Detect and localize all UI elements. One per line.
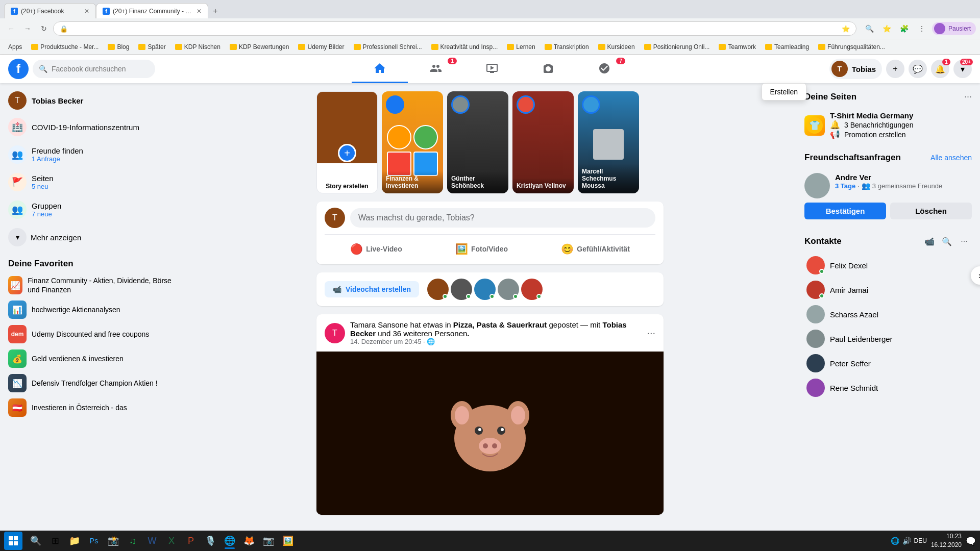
bookmark-kdp-bewertungen[interactable]: KDP Bewertungen <box>226 42 293 52</box>
contact-item-2[interactable]: Amir Jamai <box>804 278 972 302</box>
taskbar-spotify[interactable]: ♫ <box>124 532 142 550</box>
contacts-search-icon[interactable]: 🔍 <box>939 234 954 249</box>
tab-close-1[interactable]: ✕ <box>84 8 89 15</box>
nav-item-friends[interactable]: 1 <box>408 55 464 83</box>
create-button[interactable]: + <box>886 60 904 78</box>
friend-requests-section: Freundschaftsanfragen Alle ansehen Andre… <box>804 153 972 223</box>
bookmark-professionell[interactable]: Professionell Schrei... <box>350 42 426 52</box>
bookmark-transkription[interactable]: Transkription <box>541 42 593 52</box>
bookmark-kdp-nischen[interactable]: KDP Nischen <box>171 42 225 52</box>
contact-item-1[interactable]: Felix Dexel <box>804 253 972 278</box>
taskbar-search[interactable]: 🔍 <box>27 532 45 550</box>
extensions-button[interactable]: 🧩 <box>897 21 912 36</box>
sidebar-item-groups[interactable]: 👥 Gruppen 7 neue <box>4 196 180 223</box>
tab-2[interactable]: f (20+) Finanz Community - Aktie... ✕ <box>96 3 208 18</box>
sidebar-profile[interactable]: T Tobias Becker <box>4 87 180 114</box>
profile-button[interactable]: T Tobias <box>829 59 882 79</box>
bookmark-lernen[interactable]: Lernen <box>503 42 539 52</box>
live-video-action[interactable]: 🔴 Live-Video <box>344 240 408 258</box>
post-input[interactable]: Was machst du gerade, Tobias? <box>350 208 655 228</box>
bookmark-kursideen[interactable]: Kursideen <box>594 42 639 52</box>
favorites-item-2[interactable]: 📊 hochwertige Aktienanalysen <box>4 297 180 322</box>
taskbar-excel[interactable]: X <box>162 532 181 550</box>
bookmark-kreativität[interactable]: Kreativität und Insp... <box>427 42 502 52</box>
bookmark-positionierung[interactable]: Positionierung Onli... <box>640 42 714 52</box>
favorites-item-4[interactable]: 💰 Geld verdienen & investieren <box>4 346 180 371</box>
reload-button[interactable]: ↻ <box>37 21 51 36</box>
delete-button[interactable]: Löschen <box>890 203 972 219</box>
contact-item-4[interactable]: Paul Leidenberger <box>804 327 972 351</box>
feeling-action[interactable]: 😊 Gefühl/Aktivität <box>555 240 635 258</box>
nav-item-marketplace[interactable] <box>520 55 576 83</box>
bookmark-teamleading[interactable]: Teamleading <box>761 42 813 52</box>
back-button[interactable]: ← <box>4 21 18 36</box>
taskbar-word[interactable]: W <box>143 532 161 550</box>
taskbar-snagit[interactable]: 📷 <box>259 532 278 550</box>
more-button[interactable]: ⋮ <box>915 21 929 36</box>
tab-bar: f (20+) Facebook ✕ f (20+) Finanz Commun… <box>0 0 980 18</box>
address-input[interactable]: facebook.com <box>72 25 838 33</box>
taskbar-app8[interactable]: 🖼️ <box>279 532 297 550</box>
forward-button[interactable]: → <box>20 21 35 36</box>
story-card-2[interactable]: Finanzen & Investieren <box>382 91 443 193</box>
new-tab-button[interactable]: + <box>208 4 223 18</box>
story-card-4[interactable]: Kristiyan Velinov <box>512 91 574 193</box>
contact-item-5[interactable]: Peter Seffer <box>804 351 972 375</box>
nav-item-watch[interactable] <box>464 55 520 83</box>
search-box[interactable]: 🔍 <box>33 60 155 78</box>
account-menu-button[interactable]: ▾ 20+ <box>953 60 972 78</box>
contact-item-6[interactable]: Rene Schmidt <box>804 375 972 400</box>
video-chat-button[interactable]: 📹 Videochat erstellen <box>325 281 419 297</box>
photo-video-action[interactable]: 🖼️ Foto/Video <box>449 240 514 258</box>
sidebar-item-covid[interactable]: 🏥 COVID-19-Informationszentrum <box>4 114 180 140</box>
bookmark-teamwork[interactable]: Teamwork <box>715 42 760 52</box>
facebook-logo[interactable]: f <box>8 59 29 79</box>
address-bar[interactable]: 🔒 facebook.com ⭐ <box>53 21 856 36</box>
contact-item-3[interactable]: Scharss Azael <box>804 302 972 327</box>
tab-1[interactable]: f (20+) Facebook ✕ <box>4 3 96 18</box>
taskbar-ps[interactable]: Ps <box>85 532 103 550</box>
all-friend-requests-link[interactable]: Alle ansehen <box>930 154 972 162</box>
messenger-button[interactable]: 💬 <box>909 60 927 78</box>
zoom-button[interactable]: 🔍 <box>863 21 877 36</box>
taskbar-file-explorer[interactable]: 📁 <box>65 532 84 550</box>
story-card-3[interactable]: Günther Schönbeck <box>447 91 508 193</box>
tab-close-2[interactable]: ✕ <box>197 8 202 15</box>
confirm-button[interactable]: Bestätigen <box>804 203 886 219</box>
bookmark-führungsqualitäten[interactable]: Führungsqualitäten... <box>814 42 889 52</box>
browser-profile-pill[interactable]: Pausiert <box>932 22 976 35</box>
post-group-link[interactable]: Pizza, Pasta & Sauerkraut <box>453 320 547 329</box>
taskbar-greenshot[interactable]: 📸 <box>104 532 122 550</box>
start-button[interactable] <box>4 532 22 550</box>
favorites-item-6[interactable]: 🇦🇹 Investieren in Österreich - das <box>4 395 180 420</box>
notifications-button[interactable]: 🔔 1 <box>931 60 949 78</box>
taskbar-firefox[interactable]: 🦊 <box>240 532 258 550</box>
bookmark-blog[interactable]: Blog <box>104 42 133 52</box>
your-pages-more-icon[interactable]: ··· <box>964 91 972 102</box>
favorites-item-1[interactable]: 📈 Finanz Community - Aktien, Dividende, … <box>4 273 180 297</box>
show-more-button[interactable]: ▾ Mehr anzeigen <box>4 224 180 251</box>
nav-item-home[interactable] <box>352 55 408 83</box>
taskbar-powerpoint[interactable]: P <box>182 532 200 550</box>
create-story-card[interactable]: + Story erstellen <box>316 91 378 193</box>
sidebar-item-pages[interactable]: 🚩 Seiten 5 neu <box>4 169 180 195</box>
nav-item-groups[interactable]: 7 <box>576 55 632 83</box>
bookmark-apps[interactable]: Apps <box>4 42 26 52</box>
bookmark-später[interactable]: Später <box>134 42 169 52</box>
author-name-text[interactable]: Tamara Sansone <box>350 320 408 329</box>
star-button[interactable]: ⭐ <box>880 21 894 36</box>
taskbar-notification-icon[interactable]: 🗨️ <box>966 536 976 546</box>
sidebar-item-friends[interactable]: 👥 Freunde finden 1 Anfrage <box>4 141 180 168</box>
taskbar-obs[interactable]: 🎙️ <box>201 532 219 550</box>
taskbar-task-view[interactable]: ⊞ <box>46 532 64 550</box>
contacts-video-icon[interactable]: 📹 <box>922 234 937 249</box>
post-more-button[interactable]: ··· <box>647 327 655 339</box>
favorites-item-5[interactable]: 📉 Defensiv Trendfolger Champion Aktien ! <box>4 371 180 395</box>
search-input[interactable] <box>52 65 149 73</box>
bookmark-udemy-bilder[interactable]: Udemy Bilder <box>294 42 348 52</box>
story-card-5[interactable]: Marcell Schechmus Moussa <box>578 91 639 193</box>
favorites-item-3[interactable]: dem Udemy Discounted and free coupons <box>4 322 180 346</box>
contacts-more-icon[interactable]: ··· <box>957 234 972 249</box>
bookmark-produktsuche[interactable]: Produktsuche - Mer... <box>27 42 103 52</box>
taskbar-chrome[interactable]: 🌐 <box>220 532 239 550</box>
